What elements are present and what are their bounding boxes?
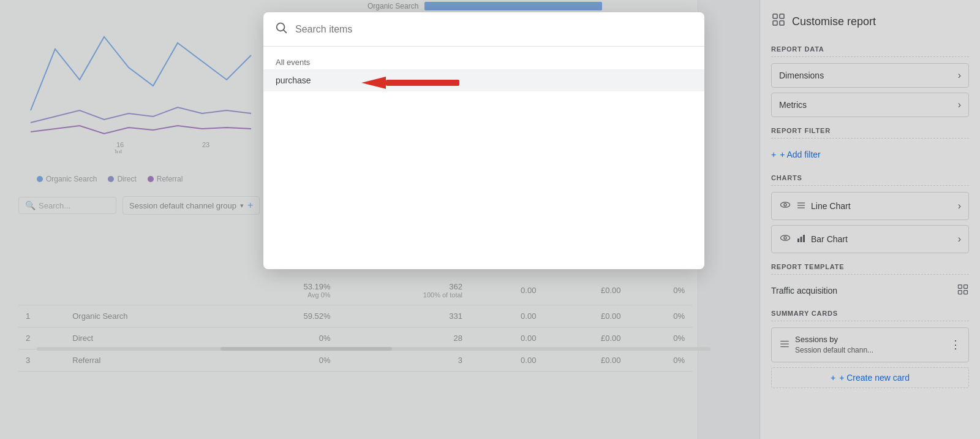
search-modal: All events purchase xyxy=(263,12,704,269)
modal-search-bar xyxy=(263,12,704,47)
modal-list: All events purchase xyxy=(263,47,704,269)
svg-marker-27 xyxy=(361,77,386,89)
modal-search-input[interactable] xyxy=(295,24,693,35)
modal-body-empty xyxy=(263,91,704,263)
red-arrow-annotation xyxy=(355,69,478,96)
modal-item-purchase[interactable]: purchase xyxy=(263,69,704,91)
modal-search-icon xyxy=(274,21,288,37)
modal-item-label: purchase xyxy=(276,75,311,85)
svg-rect-26 xyxy=(386,80,459,86)
modal-section-title: All events xyxy=(263,53,704,69)
svg-line-25 xyxy=(284,30,286,32)
